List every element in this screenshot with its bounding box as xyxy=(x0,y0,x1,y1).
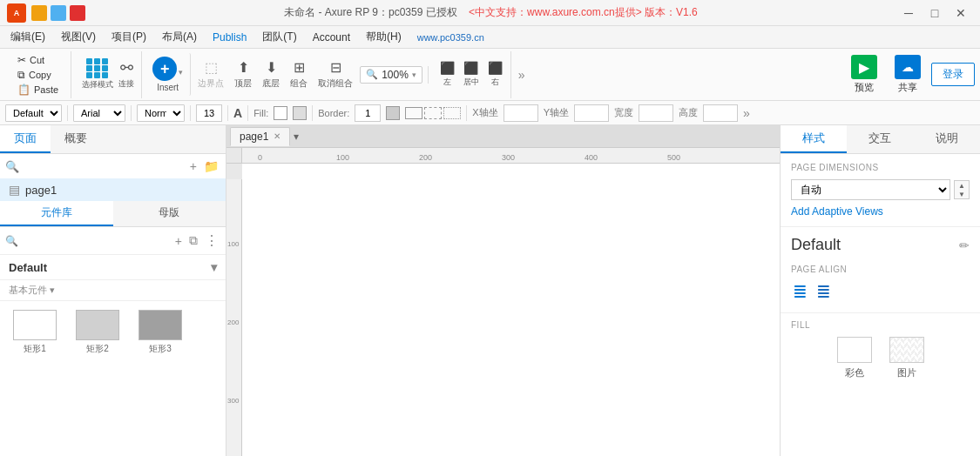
more-toolbar-button[interactable]: » xyxy=(515,66,529,84)
tab-style[interactable]: 样式 xyxy=(781,125,847,153)
style-type-select[interactable]: Normal xyxy=(137,104,185,122)
align-center-icon-btn[interactable]: ≣ xyxy=(814,279,833,304)
maximize-button[interactable]: □ xyxy=(923,3,947,23)
pages-search-input[interactable] xyxy=(23,160,185,172)
tab-pages[interactable]: 页面 xyxy=(0,125,51,153)
edit-default-icon[interactable]: ✏ xyxy=(959,238,970,252)
tab-interact[interactable]: 交互 xyxy=(847,125,913,153)
zoom-control[interactable]: 🔍 100% ▾ xyxy=(360,66,422,84)
page-item-page1[interactable]: ▤ page1 xyxy=(0,178,226,201)
font-select[interactable]: Arial xyxy=(73,104,125,122)
select-mode-group[interactable]: 选择模式 ⚯ 连接 xyxy=(75,51,142,98)
align-center-button[interactable]: ⬛ 居中 xyxy=(461,60,482,89)
fill-image-label: 图片 xyxy=(897,366,916,379)
fill-image-option[interactable]: 图片 xyxy=(889,337,924,379)
align-right-button[interactable]: ⬛ 右 xyxy=(485,60,505,89)
window-controls[interactable]: ─ □ ✕ xyxy=(896,3,973,23)
width-input[interactable] xyxy=(639,104,673,122)
stepper-down[interactable]: ▼ xyxy=(955,190,969,198)
tab-masters[interactable]: 母版 xyxy=(113,201,226,226)
top-layer-label: 顶层 xyxy=(234,77,252,90)
group-button[interactable]: ⊞ 组合 xyxy=(287,57,311,91)
tab-outline[interactable]: 概要 xyxy=(51,125,101,153)
height-input[interactable] xyxy=(703,104,738,122)
menu-edit[interactable]: 编辑(E) xyxy=(3,27,52,47)
tab-notes[interactable]: 说明 xyxy=(914,125,980,153)
preview-button[interactable]: ▶ 预览 xyxy=(844,51,884,97)
canvas-tab-page1[interactable]: page1 ✕ xyxy=(230,127,290,146)
fill-color-2[interactable] xyxy=(293,106,307,120)
add-page-button[interactable]: + xyxy=(188,158,199,175)
top-layer-button[interactable]: ⬆ 顶层 xyxy=(231,57,255,91)
component-item-box1[interactable]: 矩形1 xyxy=(5,306,64,359)
copy-button[interactable]: ⧉ Copy xyxy=(12,68,64,82)
align-group: ⬛ 左 ⬛ 居中 ⬛ 右 xyxy=(432,51,511,98)
share-button[interactable]: ☁ 共享 xyxy=(888,51,928,97)
border-style-dotted[interactable] xyxy=(443,107,461,119)
white-canvas[interactable] xyxy=(242,164,780,456)
stepper-up[interactable]: ▲ xyxy=(955,181,969,190)
tab-components[interactable]: 元件库 xyxy=(0,201,113,226)
x-input[interactable] xyxy=(504,104,538,122)
fill-color-1[interactable] xyxy=(274,106,287,120)
add-adaptive-views-link[interactable]: Add Adaptive Views xyxy=(791,205,970,218)
align-left-button[interactable]: ⬛ 左 xyxy=(437,60,457,89)
connect-label: 连接 xyxy=(118,78,134,90)
paste-button[interactable]: 📋 Paste xyxy=(12,83,64,97)
menu-url: www.pc0359.cn xyxy=(417,32,484,43)
copy-icon: ⧉ xyxy=(17,69,25,81)
dimension-select[interactable]: 自动 xyxy=(791,179,950,200)
menu-view[interactable]: 视图(V) xyxy=(54,27,103,47)
menu-help[interactable]: 帮助(H) xyxy=(359,27,409,47)
menu-publish[interactable]: Publish xyxy=(206,29,253,46)
component-item-box2[interactable]: 矩形2 xyxy=(68,306,127,359)
connect-container: ⚯ 连接 xyxy=(118,58,134,91)
border-icon: ⬚ xyxy=(205,59,218,76)
canvas-tab-close[interactable]: ✕ xyxy=(274,131,280,141)
ruler-top: 0 100 200 300 400 500 xyxy=(226,148,780,164)
canvas-content[interactable]: 100 200 300 xyxy=(226,164,780,456)
component-label-box1: 矩形1 xyxy=(24,343,46,355)
insert-button[interactable]: + ▾ Insert xyxy=(145,53,191,96)
fill-color-option[interactable]: 彩色 xyxy=(837,337,872,379)
font-size-input[interactable] xyxy=(196,104,222,122)
menu-project[interactable]: 项目(P) xyxy=(105,27,153,47)
clipboard-group: ✂ Cut ⧉ Copy 📋 Paste xyxy=(5,51,71,98)
toolbar-right: ▶ 预览 ☁ 共享 登录 xyxy=(844,51,975,97)
menu-account[interactable]: Account xyxy=(306,29,357,46)
component-library-header: Default ▾ xyxy=(0,255,226,280)
grid-cell xyxy=(86,72,92,78)
ruler-200: 200 xyxy=(419,153,432,162)
library-dropdown-icon[interactable]: ▾ xyxy=(211,260,217,274)
clipboard-actions: ✂ Cut ⧉ Copy 📋 Paste xyxy=(10,53,65,97)
menu-team[interactable]: 团队(T) xyxy=(255,27,303,47)
divider5 xyxy=(247,105,248,121)
copy-component-button[interactable]: ⧉ xyxy=(187,231,199,250)
menu-layout[interactable]: 布局(A) xyxy=(155,27,204,47)
add-component-button[interactable]: + xyxy=(173,232,184,250)
more-component-button[interactable]: ⋮ xyxy=(203,231,220,251)
cut-button[interactable]: ✂ Cut xyxy=(12,53,64,67)
search-zoom-icon: 🔍 xyxy=(366,69,378,80)
align-left-icon-btn[interactable]: ≣ xyxy=(791,279,809,304)
border-width-input[interactable] xyxy=(355,104,381,122)
border-color[interactable] xyxy=(386,106,400,120)
minimize-button[interactable]: ─ xyxy=(896,3,921,23)
bottom-layer-button[interactable]: ⬇ 底层 xyxy=(259,57,283,91)
folder-button[interactable]: 📁 xyxy=(202,158,220,175)
ruler-corner xyxy=(226,148,242,164)
ungroup-button[interactable]: ⊟ 取消组合 xyxy=(314,57,356,91)
components-search-input[interactable] xyxy=(22,235,170,247)
login-button[interactable]: 登录 xyxy=(931,63,975,86)
main-area: 页面 概要 🔍 + 📁 ▤ page1 元件库 母版 🔍 xyxy=(0,125,980,456)
y-input[interactable] xyxy=(574,104,609,122)
close-button[interactable]: ✕ xyxy=(949,3,973,23)
border-style-solid[interactable] xyxy=(405,107,422,119)
border-style-dashed[interactable] xyxy=(424,107,442,119)
more-format-button[interactable]: » xyxy=(743,106,750,120)
component-item-box3[interactable]: 矩形3 xyxy=(131,306,190,359)
insert-label: Insert xyxy=(157,83,179,92)
canvas-tab-dropdown[interactable]: ▾ xyxy=(294,131,299,143)
style-select[interactable]: Default xyxy=(5,104,62,122)
border-points-button[interactable]: ⬚ 边界点 xyxy=(194,57,227,91)
